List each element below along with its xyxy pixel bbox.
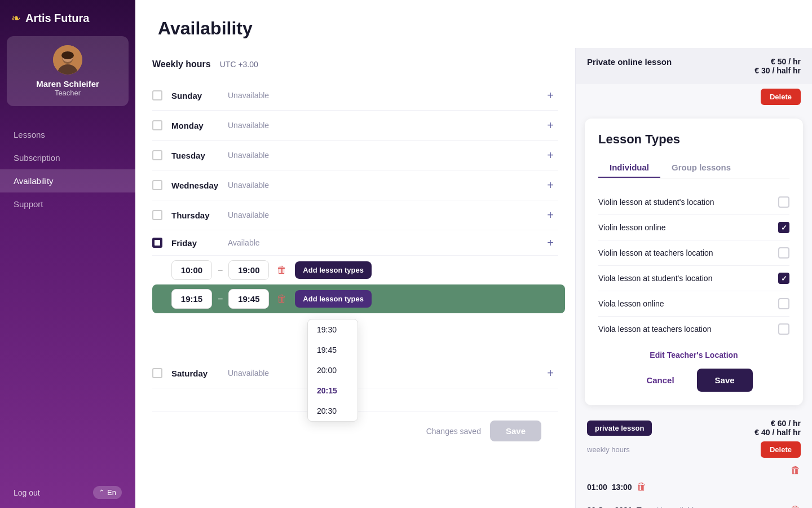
tuesday-status: Unavailable (228, 151, 542, 160)
time-slot-2: − 🗑 Add lesson types (152, 284, 565, 313)
changes-saved-text: Changes saved (426, 427, 481, 436)
weekly-hours-label: Weekly hours (152, 59, 211, 69)
dropdown-option-1945[interactable]: 19:45 (308, 340, 358, 360)
private-online-lesson-price: € 50 / hr € 30 / half hr (754, 57, 801, 75)
sidebar-item-availability[interactable]: Availability (0, 169, 135, 192)
modal-save-button[interactable]: Save (697, 369, 753, 392)
thursday-checkbox[interactable] (152, 210, 162, 220)
friday-status: Available (228, 238, 542, 247)
checkbox-violin-student[interactable] (778, 196, 789, 208)
main-content: Availability Weekly hours UTC +3.00 Sund… (135, 0, 812, 508)
tuesday-add-button[interactable]: + (542, 147, 558, 163)
lesson-type-violin-student: Violin lesson at student's location (598, 190, 789, 215)
trash-icon-date[interactable]: 🗑 (791, 504, 801, 508)
modal-actions: Cancel Save (598, 364, 789, 392)
lesson-type-viola-teacher: Viola lesson at teachers location (598, 317, 789, 341)
delete-private-online-lesson-button[interactable]: Delete (761, 89, 801, 105)
saturday-add-button[interactable]: + (542, 365, 558, 381)
dropdown-option-2000[interactable]: 20:00 (308, 360, 358, 380)
edit-teacher-location-link[interactable]: Edit Teacher's Location (598, 341, 789, 364)
day-row-sunday: Sunday Unavailable + (152, 81, 558, 111)
svg-point-4 (61, 51, 74, 59)
private-lesson-tag: private lesson (587, 421, 652, 436)
add-lesson-types-button-2[interactable]: Add lesson types (295, 290, 372, 308)
lesson-types-modal: Lesson Types Individual Group lessons Vi… (585, 119, 803, 405)
checkbox-violin-teacher[interactable] (778, 247, 789, 259)
dropdown-option-2015[interactable]: 20:15 (308, 380, 358, 401)
day-row-thursday: Thursday Unavailable + (152, 200, 558, 230)
sidebar-item-support[interactable]: Support (0, 192, 135, 216)
private-online-lesson-card: Private online lesson € 50 / hr € 30 / h… (576, 48, 812, 84)
modal-title: Lesson Types (598, 132, 789, 147)
wednesday-add-button[interactable]: + (542, 177, 558, 193)
lesson-type-list: Violin lesson at student's location Viol… (598, 190, 789, 341)
right-panel: Private online lesson € 50 / hr € 30 / h… (575, 48, 812, 508)
friday-label: Friday (171, 238, 228, 248)
sidebar-item-subscription[interactable]: Subscription (0, 146, 135, 169)
user-role: Teacher (55, 89, 81, 97)
checkbox-viola-student[interactable] (778, 273, 789, 284)
dropdown-option-2030[interactable]: 20:30 (308, 401, 358, 421)
friday-add-button[interactable]: + (542, 235, 558, 251)
dropdown-option-1930[interactable]: 19:30 (308, 319, 358, 340)
monday-add-button[interactable]: + (542, 117, 558, 133)
sunday-status: Unavailable (228, 91, 542, 100)
date-status: Unavailable (657, 506, 698, 509)
logout-button[interactable]: Log out (14, 488, 40, 497)
page-header: Availability (135, 0, 812, 48)
user-name: Maren Schleifer (36, 79, 99, 89)
delete-second-card-button[interactable]: Delete (761, 441, 801, 458)
time-dropdown: 19:30 19:45 20:00 20:15 20:30 (307, 319, 358, 422)
page-title: Availability (158, 18, 789, 39)
monday-checkbox[interactable] (152, 120, 162, 130)
sidebar-nav: Lessons Subscription Availability Suppor… (0, 112, 135, 477)
save-button[interactable]: Save (490, 421, 541, 441)
tab-group-lessons[interactable]: Group lessons (660, 158, 742, 178)
avatar (53, 45, 82, 75)
tab-individual[interactable]: Individual (598, 158, 660, 178)
sidebar-user: Maren Schleifer Teacher (7, 36, 129, 106)
modal-cancel-button[interactable]: Cancel (635, 370, 685, 391)
lesson-type-viola-student: Viola lesson at student's location (598, 266, 789, 291)
checkbox-viola-teacher[interactable] (778, 323, 789, 335)
wednesday-checkbox[interactable] (152, 180, 162, 190)
trash-icon-time[interactable]: 🗑 (791, 465, 801, 476)
tuesday-checkbox[interactable] (152, 150, 162, 160)
friday-checkbox[interactable] (152, 238, 162, 248)
monday-label: Monday (171, 121, 228, 130)
thursday-status: Unavailable (228, 211, 542, 220)
time-dash-2: − (218, 294, 223, 304)
left-panel: Weekly hours UTC +3.00 Sunday Unavailabl… (135, 48, 575, 508)
time-dash-1: − (218, 265, 223, 275)
checkbox-violin-online[interactable] (778, 222, 789, 233)
time-range-start: 01:00 (587, 483, 607, 492)
end-time-1[interactable] (228, 260, 269, 280)
tuesday-label: Tuesday (171, 151, 228, 160)
sidebar-bottom: Log out ⌃ En (0, 477, 135, 508)
add-lesson-types-button-1[interactable]: Add lesson types (295, 261, 372, 279)
saturday-status: Unavailable (228, 369, 542, 378)
thursday-label: Thursday (171, 211, 228, 220)
sunday-checkbox[interactable] (152, 90, 162, 100)
checkbox-viola-online[interactable] (778, 298, 789, 309)
sunday-label: Sunday (171, 91, 228, 100)
language-button[interactable]: ⌃ En (93, 486, 122, 499)
date-row: 30 Sep 2021, Tue Unavailable 🗑 (587, 504, 801, 508)
sidebar-item-lessons[interactable]: Lessons (0, 123, 135, 146)
saturday-checkbox[interactable] (152, 368, 162, 378)
thursday-add-button[interactable]: + (542, 207, 558, 223)
end-time-2[interactable] (228, 289, 269, 309)
weekly-hours-tag: weekly hours (587, 445, 630, 454)
logo-icon: ❧ (11, 11, 21, 25)
delete-slot-1[interactable]: 🗑 (275, 262, 289, 278)
sunday-add-button[interactable]: + (542, 87, 558, 103)
start-time-2[interactable] (171, 289, 212, 309)
trash-icon-time2[interactable]: 🗑 (637, 481, 647, 493)
day-row-wednesday: Wednesday Unavailable + (152, 170, 558, 200)
private-online-lesson-title: Private online lesson (587, 57, 672, 67)
delete-slot-2[interactable]: 🗑 (275, 291, 289, 307)
utc-badge: UTC +3.00 (220, 60, 258, 69)
time-slot-1: − 🗑 Add lesson types (152, 256, 558, 284)
start-time-1[interactable] (171, 260, 212, 280)
second-card-price: € 60 / hr € 40 / half hr (754, 419, 801, 437)
